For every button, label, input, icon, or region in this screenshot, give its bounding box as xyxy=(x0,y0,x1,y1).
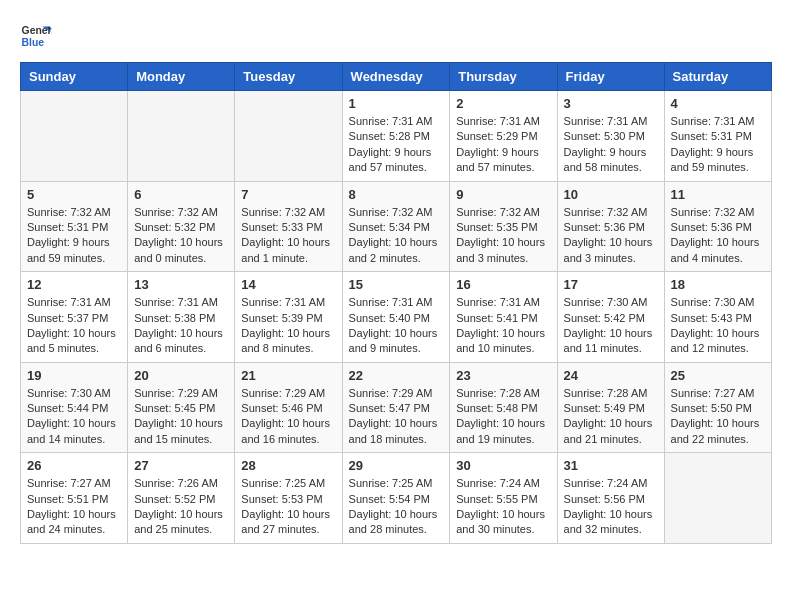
day-info: Sunrise: 7:24 AM Sunset: 5:56 PM Dayligh… xyxy=(564,476,658,538)
day-info: Sunrise: 7:27 AM Sunset: 5:51 PM Dayligh… xyxy=(27,476,121,538)
calendar-table: SundayMondayTuesdayWednesdayThursdayFrid… xyxy=(20,62,772,544)
day-info: Sunrise: 7:31 AM Sunset: 5:30 PM Dayligh… xyxy=(564,114,658,176)
calendar-week-row: 5Sunrise: 7:32 AM Sunset: 5:31 PM Daylig… xyxy=(21,181,772,272)
weekday-header-monday: Monday xyxy=(128,63,235,91)
day-info: Sunrise: 7:24 AM Sunset: 5:55 PM Dayligh… xyxy=(456,476,550,538)
day-number: 23 xyxy=(456,368,550,383)
logo-icon: General Blue xyxy=(20,20,52,52)
day-info: Sunrise: 7:31 AM Sunset: 5:31 PM Dayligh… xyxy=(671,114,765,176)
calendar-day-cell: 24Sunrise: 7:28 AM Sunset: 5:49 PM Dayli… xyxy=(557,362,664,453)
day-number: 3 xyxy=(564,96,658,111)
day-info: Sunrise: 7:29 AM Sunset: 5:46 PM Dayligh… xyxy=(241,386,335,448)
day-info: Sunrise: 7:32 AM Sunset: 5:35 PM Dayligh… xyxy=(456,205,550,267)
calendar-day-cell: 25Sunrise: 7:27 AM Sunset: 5:50 PM Dayli… xyxy=(664,362,771,453)
day-info: Sunrise: 7:30 AM Sunset: 5:44 PM Dayligh… xyxy=(27,386,121,448)
day-number: 9 xyxy=(456,187,550,202)
day-number: 27 xyxy=(134,458,228,473)
calendar-day-cell: 21Sunrise: 7:29 AM Sunset: 5:46 PM Dayli… xyxy=(235,362,342,453)
day-number: 5 xyxy=(27,187,121,202)
weekday-header-wednesday: Wednesday xyxy=(342,63,450,91)
calendar-day-cell xyxy=(235,91,342,182)
day-info: Sunrise: 7:25 AM Sunset: 5:54 PM Dayligh… xyxy=(349,476,444,538)
calendar-day-cell: 17Sunrise: 7:30 AM Sunset: 5:42 PM Dayli… xyxy=(557,272,664,363)
calendar-day-cell: 7Sunrise: 7:32 AM Sunset: 5:33 PM Daylig… xyxy=(235,181,342,272)
day-info: Sunrise: 7:30 AM Sunset: 5:43 PM Dayligh… xyxy=(671,295,765,357)
day-number: 12 xyxy=(27,277,121,292)
calendar-day-cell: 9Sunrise: 7:32 AM Sunset: 5:35 PM Daylig… xyxy=(450,181,557,272)
day-info: Sunrise: 7:32 AM Sunset: 5:34 PM Dayligh… xyxy=(349,205,444,267)
calendar-day-cell: 29Sunrise: 7:25 AM Sunset: 5:54 PM Dayli… xyxy=(342,453,450,544)
calendar-day-cell: 18Sunrise: 7:30 AM Sunset: 5:43 PM Dayli… xyxy=(664,272,771,363)
calendar-day-cell: 14Sunrise: 7:31 AM Sunset: 5:39 PM Dayli… xyxy=(235,272,342,363)
day-number: 7 xyxy=(241,187,335,202)
day-number: 31 xyxy=(564,458,658,473)
calendar-day-cell: 23Sunrise: 7:28 AM Sunset: 5:48 PM Dayli… xyxy=(450,362,557,453)
day-number: 8 xyxy=(349,187,444,202)
day-info: Sunrise: 7:28 AM Sunset: 5:49 PM Dayligh… xyxy=(564,386,658,448)
day-info: Sunrise: 7:31 AM Sunset: 5:39 PM Dayligh… xyxy=(241,295,335,357)
calendar-week-row: 26Sunrise: 7:27 AM Sunset: 5:51 PM Dayli… xyxy=(21,453,772,544)
day-number: 13 xyxy=(134,277,228,292)
calendar-day-cell: 10Sunrise: 7:32 AM Sunset: 5:36 PM Dayli… xyxy=(557,181,664,272)
day-info: Sunrise: 7:25 AM Sunset: 5:53 PM Dayligh… xyxy=(241,476,335,538)
day-info: Sunrise: 7:31 AM Sunset: 5:41 PM Dayligh… xyxy=(456,295,550,357)
day-number: 17 xyxy=(564,277,658,292)
weekday-header-tuesday: Tuesday xyxy=(235,63,342,91)
day-number: 26 xyxy=(27,458,121,473)
day-info: Sunrise: 7:32 AM Sunset: 5:36 PM Dayligh… xyxy=(671,205,765,267)
calendar-day-cell: 19Sunrise: 7:30 AM Sunset: 5:44 PM Dayli… xyxy=(21,362,128,453)
day-number: 6 xyxy=(134,187,228,202)
day-number: 19 xyxy=(27,368,121,383)
calendar-day-cell xyxy=(664,453,771,544)
day-number: 22 xyxy=(349,368,444,383)
day-number: 16 xyxy=(456,277,550,292)
calendar-day-cell: 22Sunrise: 7:29 AM Sunset: 5:47 PM Dayli… xyxy=(342,362,450,453)
day-info: Sunrise: 7:27 AM Sunset: 5:50 PM Dayligh… xyxy=(671,386,765,448)
day-info: Sunrise: 7:31 AM Sunset: 5:37 PM Dayligh… xyxy=(27,295,121,357)
calendar-day-cell: 27Sunrise: 7:26 AM Sunset: 5:52 PM Dayli… xyxy=(128,453,235,544)
day-info: Sunrise: 7:30 AM Sunset: 5:42 PM Dayligh… xyxy=(564,295,658,357)
calendar-header-row: SundayMondayTuesdayWednesdayThursdayFrid… xyxy=(21,63,772,91)
day-number: 21 xyxy=(241,368,335,383)
calendar-day-cell: 4Sunrise: 7:31 AM Sunset: 5:31 PM Daylig… xyxy=(664,91,771,182)
svg-text:Blue: Blue xyxy=(22,37,45,48)
calendar-day-cell: 13Sunrise: 7:31 AM Sunset: 5:38 PM Dayli… xyxy=(128,272,235,363)
logo: General Blue xyxy=(20,20,52,52)
calendar-day-cell: 16Sunrise: 7:31 AM Sunset: 5:41 PM Dayli… xyxy=(450,272,557,363)
day-number: 11 xyxy=(671,187,765,202)
day-number: 1 xyxy=(349,96,444,111)
day-number: 20 xyxy=(134,368,228,383)
calendar-day-cell: 28Sunrise: 7:25 AM Sunset: 5:53 PM Dayli… xyxy=(235,453,342,544)
day-number: 25 xyxy=(671,368,765,383)
calendar-day-cell: 5Sunrise: 7:32 AM Sunset: 5:31 PM Daylig… xyxy=(21,181,128,272)
weekday-header-friday: Friday xyxy=(557,63,664,91)
weekday-header-saturday: Saturday xyxy=(664,63,771,91)
calendar-day-cell xyxy=(21,91,128,182)
day-info: Sunrise: 7:28 AM Sunset: 5:48 PM Dayligh… xyxy=(456,386,550,448)
calendar-week-row: 1Sunrise: 7:31 AM Sunset: 5:28 PM Daylig… xyxy=(21,91,772,182)
day-info: Sunrise: 7:31 AM Sunset: 5:38 PM Dayligh… xyxy=(134,295,228,357)
day-number: 29 xyxy=(349,458,444,473)
day-number: 4 xyxy=(671,96,765,111)
day-info: Sunrise: 7:31 AM Sunset: 5:28 PM Dayligh… xyxy=(349,114,444,176)
day-info: Sunrise: 7:32 AM Sunset: 5:31 PM Dayligh… xyxy=(27,205,121,267)
day-number: 2 xyxy=(456,96,550,111)
calendar-week-row: 19Sunrise: 7:30 AM Sunset: 5:44 PM Dayli… xyxy=(21,362,772,453)
calendar-day-cell: 30Sunrise: 7:24 AM Sunset: 5:55 PM Dayli… xyxy=(450,453,557,544)
day-number: 30 xyxy=(456,458,550,473)
weekday-header-sunday: Sunday xyxy=(21,63,128,91)
day-info: Sunrise: 7:32 AM Sunset: 5:33 PM Dayligh… xyxy=(241,205,335,267)
day-number: 18 xyxy=(671,277,765,292)
calendar-day-cell: 1Sunrise: 7:31 AM Sunset: 5:28 PM Daylig… xyxy=(342,91,450,182)
calendar-day-cell: 15Sunrise: 7:31 AM Sunset: 5:40 PM Dayli… xyxy=(342,272,450,363)
calendar-day-cell: 8Sunrise: 7:32 AM Sunset: 5:34 PM Daylig… xyxy=(342,181,450,272)
day-info: Sunrise: 7:29 AM Sunset: 5:47 PM Dayligh… xyxy=(349,386,444,448)
day-number: 14 xyxy=(241,277,335,292)
day-number: 10 xyxy=(564,187,658,202)
day-info: Sunrise: 7:26 AM Sunset: 5:52 PM Dayligh… xyxy=(134,476,228,538)
calendar-day-cell: 26Sunrise: 7:27 AM Sunset: 5:51 PM Dayli… xyxy=(21,453,128,544)
day-number: 15 xyxy=(349,277,444,292)
day-info: Sunrise: 7:32 AM Sunset: 5:36 PM Dayligh… xyxy=(564,205,658,267)
day-info: Sunrise: 7:32 AM Sunset: 5:32 PM Dayligh… xyxy=(134,205,228,267)
day-info: Sunrise: 7:31 AM Sunset: 5:40 PM Dayligh… xyxy=(349,295,444,357)
